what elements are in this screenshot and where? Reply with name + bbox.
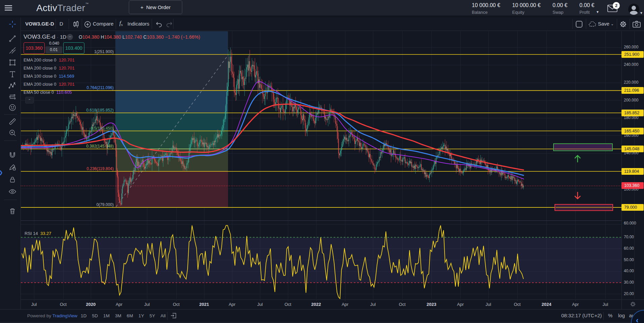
svg-text:Jul: Jul [370,302,376,307]
svg-text:2024: 2024 [542,302,552,307]
svg-text:Oct: Oct [173,302,180,307]
svg-text:0.382(145.048): 0.382(145.048) [86,144,114,149]
svg-text:2022: 2022 [311,302,321,307]
svg-text:0.236(119.804): 0.236(119.804) [86,166,114,171]
svg-text:Oct: Oct [399,302,406,307]
svg-text:2020: 2020 [86,302,96,307]
svg-text:Apr: Apr [457,302,464,307]
svg-text:0.618(185.852): 0.618(185.852) [86,108,114,113]
svg-text:0.764(211.096): 0.764(211.096) [86,85,114,90]
svg-text:Jul: Jul [603,302,608,307]
svg-text:2023: 2023 [427,302,437,307]
svg-text:Jul: Jul [257,302,263,307]
svg-text:Apr: Apr [229,302,236,307]
svg-text:Jul: Jul [144,302,150,307]
svg-text:Jul: Jul [486,302,491,307]
svg-text:Oct: Oct [514,302,521,307]
svg-text:Apr: Apr [116,302,123,307]
svg-text:Apr: Apr [572,302,579,307]
svg-text:Oct: Oct [285,302,292,307]
svg-text:Jul: Jul [31,302,37,307]
svg-text:0.5(165.450): 0.5(165.450) [91,126,114,131]
svg-text:0(79.000): 0(79.000) [97,202,114,207]
svg-text:2021: 2021 [199,302,209,307]
svg-text:1(251.900): 1(251.900) [94,49,114,54]
svg-text:Apr: Apr [342,302,349,307]
svg-text:Oct: Oct [60,302,67,307]
